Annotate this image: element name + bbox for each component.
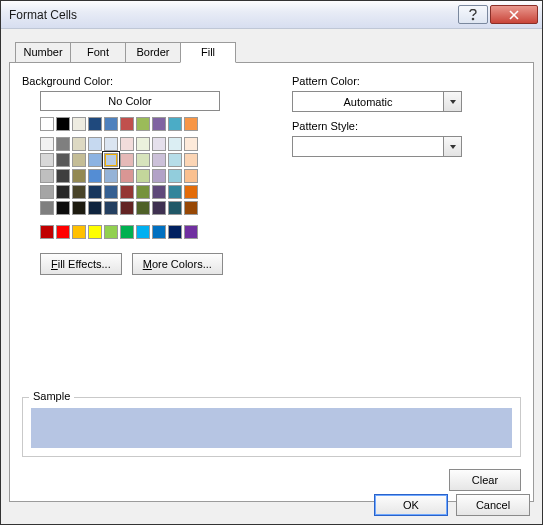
color-swatch[interactable]	[184, 117, 198, 131]
color-swatch[interactable]	[40, 185, 54, 199]
sample-group: Sample	[22, 397, 521, 457]
fill-panel: Background Color: No Color	[9, 62, 534, 502]
color-swatch[interactable]	[104, 185, 118, 199]
clear-button[interactable]: Clear	[449, 469, 521, 491]
color-swatch[interactable]	[72, 185, 86, 199]
pattern-color-value: Automatic	[293, 92, 443, 111]
color-swatch[interactable]	[120, 185, 134, 199]
chevron-down-icon[interactable]	[443, 92, 461, 111]
dialog-footer: OK Cancel	[374, 494, 530, 516]
color-swatch[interactable]	[40, 225, 54, 239]
color-swatch[interactable]	[40, 201, 54, 215]
color-swatch[interactable]	[72, 169, 86, 183]
fill-effects-button[interactable]: Fill Effects...	[40, 253, 122, 275]
color-swatch[interactable]	[40, 117, 54, 131]
color-swatch[interactable]	[152, 225, 166, 239]
color-swatch[interactable]	[168, 117, 182, 131]
color-swatch[interactable]	[88, 137, 102, 151]
no-color-button[interactable]: No Color	[40, 91, 220, 111]
color-swatch[interactable]	[136, 169, 150, 183]
color-swatch[interactable]	[168, 169, 182, 183]
color-swatch[interactable]	[88, 153, 102, 167]
color-swatch[interactable]	[120, 201, 134, 215]
color-swatch[interactable]	[168, 137, 182, 151]
color-swatch[interactable]	[104, 201, 118, 215]
color-swatch[interactable]	[88, 117, 102, 131]
color-swatch[interactable]	[72, 137, 86, 151]
color-swatch[interactable]	[56, 201, 70, 215]
color-swatch[interactable]	[168, 225, 182, 239]
color-swatch[interactable]	[168, 201, 182, 215]
color-swatch[interactable]	[152, 117, 166, 131]
color-swatch[interactable]	[104, 225, 118, 239]
color-swatch[interactable]	[184, 153, 198, 167]
cancel-button[interactable]: Cancel	[456, 494, 530, 516]
color-swatch[interactable]	[56, 137, 70, 151]
tab-number[interactable]: Number	[15, 42, 71, 63]
color-swatch[interactable]	[120, 153, 134, 167]
color-swatch[interactable]	[72, 201, 86, 215]
color-swatch[interactable]	[120, 137, 134, 151]
color-swatch[interactable]	[72, 117, 86, 131]
color-swatch[interactable]	[72, 225, 86, 239]
color-swatch[interactable]	[88, 201, 102, 215]
color-swatch[interactable]	[136, 153, 150, 167]
color-swatch[interactable]	[120, 117, 134, 131]
color-swatch[interactable]	[120, 225, 134, 239]
pattern-color-label: Pattern Color:	[292, 75, 521, 87]
color-swatch[interactable]	[184, 185, 198, 199]
standard-colors-row	[40, 225, 242, 239]
color-swatch[interactable]	[136, 185, 150, 199]
help-button[interactable]	[458, 5, 488, 24]
tab-border[interactable]: Border	[125, 42, 181, 63]
color-swatch[interactable]	[40, 137, 54, 151]
color-swatch[interactable]	[184, 225, 198, 239]
pattern-color-combo[interactable]: Automatic	[292, 91, 462, 112]
color-swatch[interactable]	[152, 201, 166, 215]
color-swatch[interactable]	[168, 185, 182, 199]
tab-font[interactable]: Font	[70, 42, 126, 63]
more-colors-button[interactable]: More Colors...	[132, 253, 223, 275]
color-swatch[interactable]	[72, 153, 86, 167]
tab-fill[interactable]: Fill	[180, 42, 236, 63]
color-swatch[interactable]	[104, 153, 118, 167]
color-swatch[interactable]	[40, 169, 54, 183]
color-swatch[interactable]	[56, 225, 70, 239]
color-swatch[interactable]	[152, 137, 166, 151]
sample-swatch	[31, 408, 512, 448]
color-swatch[interactable]	[56, 153, 70, 167]
color-swatch[interactable]	[104, 117, 118, 131]
color-swatch[interactable]	[88, 225, 102, 239]
color-swatch[interactable]	[104, 169, 118, 183]
color-swatch[interactable]	[56, 169, 70, 183]
color-swatch[interactable]	[136, 137, 150, 151]
color-swatch[interactable]	[104, 137, 118, 151]
color-swatch[interactable]	[136, 225, 150, 239]
color-swatch[interactable]	[136, 117, 150, 131]
color-swatch[interactable]	[152, 169, 166, 183]
pattern-style-value	[293, 137, 443, 156]
color-swatch[interactable]	[152, 153, 166, 167]
close-button[interactable]	[490, 5, 538, 24]
color-swatch[interactable]	[88, 185, 102, 199]
chevron-down-icon[interactable]	[443, 137, 461, 156]
color-swatch[interactable]	[40, 153, 54, 167]
pattern-style-label: Pattern Style:	[292, 120, 521, 132]
window-title: Format Cells	[9, 8, 456, 22]
tabstrip: Number Font Border Fill	[15, 41, 534, 62]
dialog-body: Number Font Border Fill Background Color…	[1, 29, 542, 524]
ok-button[interactable]: OK	[374, 494, 448, 516]
color-swatch[interactable]	[152, 185, 166, 199]
color-swatch[interactable]	[56, 185, 70, 199]
color-swatch[interactable]	[184, 137, 198, 151]
format-cells-dialog: Format Cells Number Font Border Fill Bac…	[0, 0, 543, 525]
color-swatch[interactable]	[88, 169, 102, 183]
color-swatch[interactable]	[168, 153, 182, 167]
color-swatch[interactable]	[56, 117, 70, 131]
pattern-style-combo[interactable]	[292, 136, 462, 157]
color-swatch[interactable]	[184, 169, 198, 183]
color-swatch[interactable]	[136, 201, 150, 215]
svg-point-0	[472, 18, 473, 19]
color-swatch[interactable]	[184, 201, 198, 215]
color-swatch[interactable]	[120, 169, 134, 183]
